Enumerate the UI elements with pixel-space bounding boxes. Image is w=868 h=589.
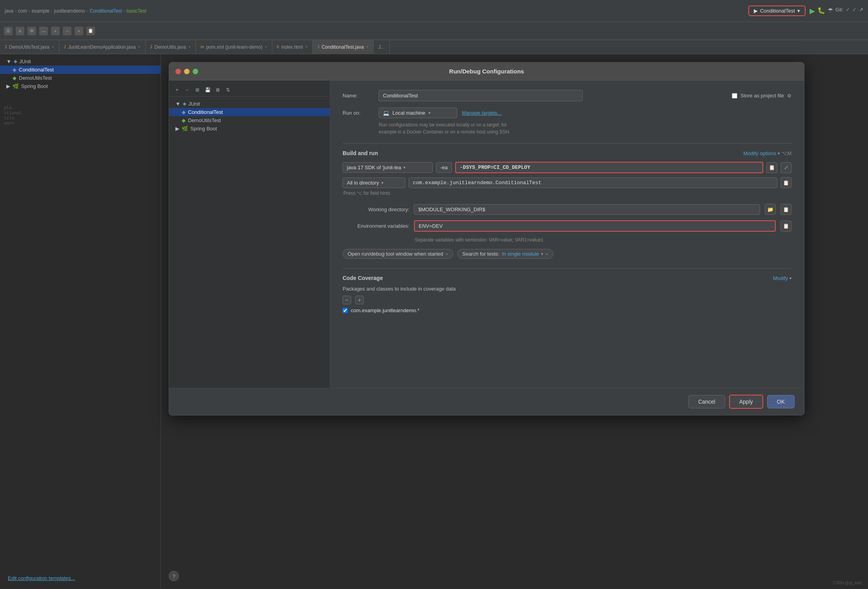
dialog-tree-junit[interactable]: ▼ ◈ JUnit — [169, 100, 330, 108]
class-input[interactable] — [408, 177, 777, 188]
breadcrumb-example[interactable]: example — [32, 8, 49, 14]
modify-options-button[interactable]: Modify options ▾ ⌥M — [743, 150, 791, 156]
tag-open-window-close-icon[interactable]: × — [446, 252, 448, 256]
dialog-close2-icon[interactable]: ⊠ — [214, 86, 222, 94]
working-dir-folder-icon[interactable]: 📁 — [765, 204, 776, 215]
tab-conditionaltest-close[interactable]: × — [366, 45, 368, 49]
dialog-tree-springboot[interactable]: ▶ 🌿 Spring Boot — [169, 124, 330, 133]
tab-conditionaltest[interactable]: J ConditionalTest.java × — [313, 40, 374, 54]
class-copy-icon[interactable]: 📋 — [780, 177, 791, 188]
sidebar-item-springboot[interactable]: ▶ 🌿 Spring Boot — [0, 82, 160, 90]
env-vars-copy-icon[interactable]: 📋 — [780, 221, 791, 232]
env-vars-input[interactable] — [414, 220, 776, 232]
breadcrumb-junitlearndemo[interactable]: junitlearndemo — [54, 8, 85, 14]
tag-search-value[interactable]: In single module — [502, 251, 539, 257]
env-vars-row: Environment variables: 📋 — [343, 220, 791, 232]
dialog-tree-demoutilstest[interactable]: ◆ DemoUtilsTest — [169, 116, 330, 124]
name-input[interactable] — [379, 90, 583, 101]
ea-flag-button[interactable]: -ea — [436, 162, 452, 173]
store-gear-icon[interactable]: ⚙ — [787, 93, 791, 99]
tab-indexhtml[interactable]: h index.html × — [272, 40, 313, 54]
manage-targets-link[interactable]: Manage targets... — [462, 110, 501, 116]
ide-topbar: java › com › example › junitlearndemo › … — [0, 0, 868, 22]
breadcrumb-conditionaltest[interactable]: ConditionalTest — [90, 8, 122, 14]
dir-select[interactable]: All in directory ▾ — [343, 177, 405, 188]
coverage-item-checkbox[interactable] — [343, 308, 348, 313]
ok-button[interactable]: OK — [767, 395, 795, 408]
store-project-label: Store as project file — [740, 93, 784, 99]
java-sdk-chevron-icon: ▾ — [403, 165, 405, 170]
sidebar-item-junit[interactable]: ▼ ◈ JUnit — [0, 57, 160, 66]
run-config-icon: ▶ — [754, 8, 758, 14]
tags-row: Open run/debug tool window when started … — [343, 249, 791, 259]
edit-config-templates-link[interactable]: Edit configuration templates... — [8, 575, 75, 581]
dialog-sort-icon[interactable]: ⇅ — [224, 86, 232, 94]
dialog-tree-conditionaltest[interactable]: ◆ ConditionalTest — [169, 108, 330, 116]
sidebar-item-conditionaltest[interactable]: ◆ ConditionalTest — [0, 66, 160, 74]
run-debug-dialog: Run/Debug Configurations + − ⊞ 💾 ⊠ ⇅ — [169, 62, 804, 415]
vm-args-input[interactable] — [455, 162, 763, 173]
toolbar-menu-icon[interactable]: ☰ — [4, 27, 13, 35]
run-config-button[interactable]: ▶ ConditionalTest ▾ — [748, 5, 806, 16]
tab-j-extra[interactable]: J... — [374, 40, 390, 54]
tab-demoutilstest-close[interactable]: × — [52, 45, 54, 49]
tab-pomxml[interactable]: m pom.xml (junit-learn-demo) × — [196, 40, 272, 54]
tab-indexhtml-close[interactable]: × — [305, 45, 308, 49]
separate-hint: Separate variables with semicolon: VAR=v… — [415, 237, 791, 243]
git-arrow-icon[interactable]: ↗ — [859, 7, 863, 15]
tab-demoutilsjava[interactable]: J DemoUtils.java × — [146, 40, 196, 54]
tag-search-tests[interactable]: Search for tests: In single module ▾ × — [457, 249, 553, 259]
toolbar-settings-icon[interactable]: ⚙ — [27, 27, 36, 35]
cancel-button[interactable]: Cancel — [688, 395, 725, 408]
java-sdk-select[interactable]: java 17 SDK of 'junit-lea ▾ — [343, 162, 433, 173]
coverage-modify-link[interactable]: Modify ▾ — [773, 275, 791, 281]
debug-icon[interactable]: 🐛 — [817, 7, 825, 15]
coverage-desc: Packages and classes to include in cover… — [343, 286, 791, 292]
toolbar-remove-icon[interactable]: − — [63, 27, 71, 35]
vm-args-copy-icon[interactable]: 📋 — [766, 162, 777, 173]
toolbar-close-icon[interactable]: × — [75, 27, 83, 35]
code-coverage-title: Code Coverage — [343, 275, 383, 281]
close-traffic-light[interactable] — [175, 69, 181, 74]
runon-row: Run on: 💻 Local machine ▾ Manage targets… — [343, 108, 791, 118]
run-icon[interactable]: ▶ — [810, 7, 815, 15]
toolbar-add-icon[interactable]: + — [51, 27, 60, 35]
tab-pomxml-close[interactable]: × — [265, 45, 267, 49]
toolbar-menu2-icon[interactable]: ≡ — [16, 27, 24, 35]
tab-junitlearndemo-close[interactable]: × — [138, 45, 140, 49]
dir-select-chevron-icon: ▾ — [381, 181, 383, 185]
dialog-save-icon[interactable]: 💾 — [204, 86, 212, 94]
dialog-add-icon[interactable]: + — [173, 86, 181, 94]
tag-open-window[interactable]: Open run/debug tool window when started … — [343, 249, 453, 259]
dialog-copy-icon[interactable]: ⊞ — [193, 86, 201, 94]
tab-junitlearndemo[interactable]: J JunitLearnDemoApplication.java × — [59, 40, 146, 54]
sidebar-item-demoutilstest[interactable]: ◆ DemoUtilsTest — [0, 74, 160, 82]
tag-search-chevron-icon[interactable]: ▾ — [541, 252, 543, 256]
git-x-icon[interactable]: ✓ — [852, 7, 857, 15]
working-dir-input[interactable] — [414, 204, 760, 215]
tab-java-icon: J — [5, 45, 7, 49]
toolbar-copy-icon[interactable]: 📋 — [86, 27, 95, 35]
maximize-traffic-light[interactable] — [193, 69, 198, 74]
breadcrumb-basictest[interactable]: basicTest — [127, 8, 146, 14]
tab-demoutilsjava-close[interactable]: × — [188, 45, 191, 49]
runon-select[interactable]: 💻 Local machine ▾ — [379, 108, 457, 118]
git-check-icon[interactable]: ✓ — [846, 7, 850, 15]
vm-args-expand-icon[interactable]: ⤢ — [780, 162, 791, 173]
dialog-remove-icon[interactable]: − — [183, 86, 191, 94]
apply-button[interactable]: Apply — [729, 395, 763, 409]
tag-search-close-icon[interactable]: × — [545, 252, 548, 256]
sidebar-spring-icon: 🌿 — [13, 83, 19, 89]
coverage-item: com.example.junitlearndemo.* — [343, 307, 791, 313]
git-icon: Git: — [835, 7, 843, 15]
tab-demoutilstest[interactable]: J DemoUtilsTest.java × — [0, 40, 59, 54]
store-project-checkbox[interactable] — [732, 93, 737, 99]
coverage-remove-btn[interactable]: − — [343, 296, 351, 304]
breadcrumb-java[interactable]: java — [5, 8, 13, 14]
coverage-run-icon[interactable]: ☂ — [828, 7, 833, 15]
working-dir-copy-icon[interactable]: 📋 — [780, 204, 791, 215]
minimize-traffic-light[interactable] — [184, 69, 190, 74]
toolbar-minimize-icon[interactable]: — — [39, 27, 48, 35]
coverage-add-btn[interactable]: + — [355, 296, 364, 304]
breadcrumb-com[interactable]: com — [18, 8, 27, 14]
